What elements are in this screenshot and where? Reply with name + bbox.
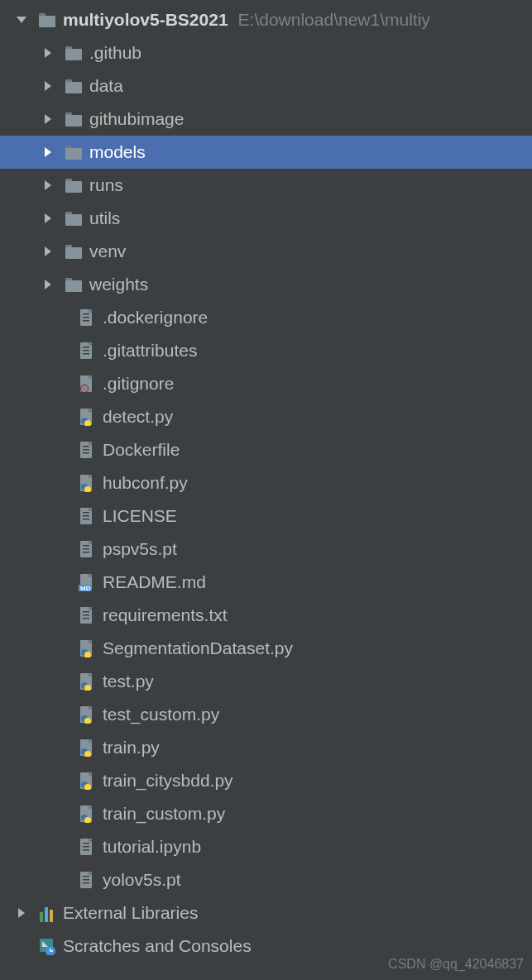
external-libraries-label: External Libraries [63, 903, 198, 923]
file-label: train_citysbdd.py [103, 771, 233, 791]
python-file-icon [78, 408, 96, 426]
chevron-right-icon[interactable] [40, 276, 56, 293]
tree-row-root[interactable]: multiyolov5-BS2021 E:\download\new1\mult… [0, 3, 532, 36]
tree-row-file[interactable]: hubconf.py [0, 466, 532, 500]
folder-icon [65, 110, 83, 128]
file-label: .dockerignore [103, 308, 208, 327]
root-path: E:\download\new1\multiy [238, 10, 430, 30]
chevron-right-icon[interactable] [40, 177, 56, 194]
tree-row-file[interactable]: tutorial.ipynb [0, 830, 532, 863]
folder-icon [65, 176, 83, 194]
python-file-icon [78, 772, 96, 790]
file-label: .gitattributes [103, 341, 197, 361]
folder-label: utils [89, 208, 120, 228]
folder-label: venv [89, 241, 126, 261]
chevron-right-icon[interactable] [13, 905, 30, 921]
chevron-right-icon[interactable] [40, 243, 56, 260]
file-label: LICENSE [103, 506, 177, 526]
tree-row-external-libraries[interactable]: External Libraries [0, 896, 532, 930]
file-icon [78, 540, 96, 558]
file-label: detect.py [103, 407, 173, 427]
tree-row-file[interactable]: pspv5s.pt [0, 533, 532, 566]
file-icon [78, 838, 96, 856]
file-label: test.py [103, 672, 154, 691]
gitignore-file-icon [78, 375, 96, 393]
python-file-icon [78, 739, 96, 757]
tree-row-file[interactable]: Dockerfile [0, 433, 532, 466]
tree-row-file[interactable]: detect.py [0, 400, 532, 433]
tree-row-file[interactable]: test.py [0, 665, 532, 698]
tree-row-file[interactable]: .dockerignore [0, 301, 532, 334]
scratches-label: Scratches and Consoles [63, 936, 252, 956]
folder-label: weights [89, 275, 148, 294]
tree-row-folder[interactable]: models [0, 136, 532, 169]
watermark: CSDN @qq_42046837 [388, 957, 524, 972]
folder-icon [65, 77, 83, 95]
tree-row-file[interactable]: .gitattributes [0, 334, 532, 367]
libraries-icon [38, 904, 56, 922]
folder-icon [65, 209, 83, 227]
folder-label: models [89, 142, 146, 162]
tree-row-file[interactable]: train_custom.py [0, 797, 532, 830]
file-label: train.py [103, 738, 160, 758]
markdown-file-icon [78, 573, 96, 591]
file-icon [78, 507, 96, 525]
tree-row-folder[interactable]: weights [0, 268, 532, 301]
python-file-icon [78, 805, 96, 823]
tree-row-folder[interactable]: utils [0, 202, 532, 235]
file-icon [78, 342, 96, 360]
tree-row-file[interactable]: yolov5s.pt [0, 863, 532, 896]
file-label: README.md [103, 572, 206, 592]
file-label: yolov5s.pt [103, 870, 181, 890]
tree-row-file[interactable]: train.py [0, 731, 532, 764]
chevron-down-icon[interactable] [13, 12, 30, 28]
tree-row-file[interactable]: requirements.txt [0, 599, 532, 632]
chevron-right-icon[interactable] [40, 45, 56, 61]
folder-label: githubimage [89, 109, 184, 129]
python-file-icon [78, 639, 96, 657]
tree-row-file[interactable]: README.md [0, 566, 532, 599]
chevron-right-icon[interactable] [40, 144, 56, 160]
python-file-icon [78, 705, 96, 724]
file-label: SegmentationDataset.py [103, 638, 293, 658]
folder-icon [65, 242, 83, 261]
python-file-icon [78, 672, 96, 691]
file-label: train_custom.py [103, 804, 225, 824]
tree-row-folder[interactable]: githubimage [0, 103, 532, 136]
file-label: requirements.txt [103, 605, 228, 625]
tree-row-file[interactable]: SegmentationDataset.py [0, 632, 532, 665]
file-label: Dockerfile [103, 440, 180, 460]
tree-row-folder[interactable]: .github [0, 36, 532, 69]
folder-label: .github [89, 43, 141, 63]
root-name: multiyolov5-BS2021 [63, 10, 228, 30]
project-tree: multiyolov5-BS2021 E:\download\new1\mult… [0, 0, 532, 963]
chevron-right-icon[interactable] [40, 111, 56, 127]
tree-row-file[interactable]: .gitignore [0, 367, 532, 400]
tree-row-folder[interactable]: runs [0, 169, 532, 202]
file-icon [78, 606, 96, 624]
file-icon [78, 441, 96, 459]
file-label: hubconf.py [103, 473, 188, 493]
file-label: tutorial.ipynb [103, 837, 201, 857]
chevron-right-icon[interactable] [40, 78, 56, 94]
file-label: .gitignore [103, 374, 174, 394]
folder-label: runs [89, 175, 123, 195]
file-icon [78, 871, 96, 889]
python-file-icon [78, 474, 96, 492]
folder-icon [38, 11, 56, 29]
file-label: pspv5s.pt [103, 539, 177, 559]
tree-row-file[interactable]: test_custom.py [0, 698, 532, 731]
folder-icon [65, 44, 83, 62]
scratches-icon [38, 937, 56, 955]
file-label: test_custom.py [103, 705, 219, 724]
chevron-right-icon[interactable] [40, 210, 56, 227]
tree-row-file[interactable]: train_citysbdd.py [0, 764, 532, 797]
file-icon [78, 308, 96, 327]
tree-row-folder[interactable]: venv [0, 235, 532, 268]
folder-icon [65, 143, 83, 161]
tree-row-file[interactable]: LICENSE [0, 500, 532, 533]
folder-label: data [89, 76, 123, 96]
tree-row-folder[interactable]: data [0, 69, 532, 103]
folder-icon [65, 275, 83, 294]
